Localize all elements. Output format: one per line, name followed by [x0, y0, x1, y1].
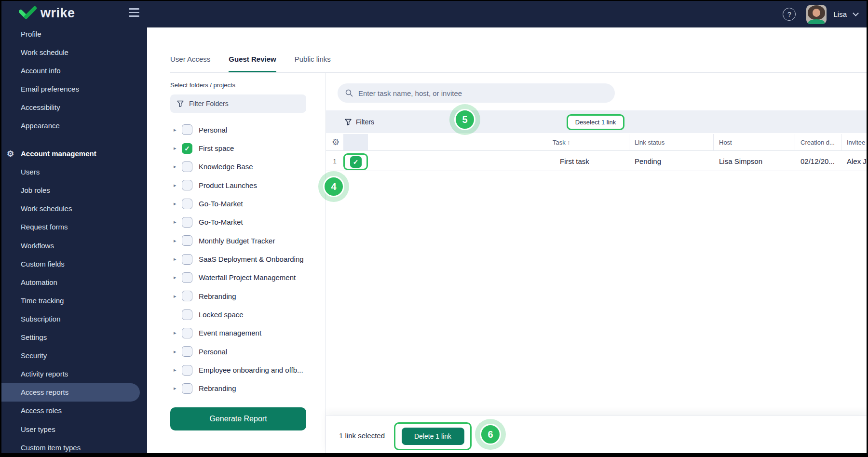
chevron-down-icon[interactable]	[853, 10, 859, 16]
sidebar-item[interactable]: ⚙ Accessibility	[1, 98, 147, 116]
folder-checkbox[interactable]	[182, 124, 192, 135]
folder-checkbox[interactable]	[182, 309, 192, 320]
folder-checkbox[interactable]	[182, 199, 192, 209]
expand-caret-icon[interactable]: ▸	[174, 367, 178, 373]
sidebar-item[interactable]: ⚙ Account management	[1, 145, 147, 163]
sidebar-item[interactable]: ⚙ Work schedules	[1, 200, 147, 218]
folder-checkbox[interactable]	[182, 346, 192, 357]
sidebar-item[interactable]: ⚙ Subscription	[1, 309, 147, 328]
table-settings-gear-icon[interactable]: ⚙	[332, 137, 339, 148]
expand-caret-icon[interactable]: ▸	[174, 183, 178, 188]
search-input[interactable]	[358, 89, 590, 97]
folder-tree-item[interactable]: ▸ Monthly Budget Tracker	[147, 231, 326, 250]
sidebar-item[interactable]: ⚙ Work schedule	[1, 43, 147, 61]
avatar[interactable]	[806, 5, 827, 24]
sidebar-item[interactable]: ⚙ Custom fields	[1, 255, 147, 273]
folder-checkbox[interactable]	[182, 217, 192, 228]
folder-checkbox[interactable]	[182, 161, 192, 172]
folder-tree: ▸ Personal ▸ First space ▸ Knowledge Bas…	[147, 121, 326, 398]
folder-checkbox[interactable]	[182, 272, 192, 283]
expand-caret-icon[interactable]: ▸	[174, 201, 178, 206]
selected-count-label: 1 link selected	[339, 431, 385, 440]
sidebar-item[interactable]: ⚙ Security	[1, 347, 147, 365]
expand-caret-icon[interactable]: ▸	[174, 256, 178, 262]
sidebar-item[interactable]: ⚙ Access roles	[1, 402, 147, 420]
folder-tree-item[interactable]: ▸ Event management	[147, 324, 326, 342]
sidebar-item[interactable]: ⚙ Activity reports	[1, 365, 147, 383]
sidebar-item[interactable]: ⚙ Custom item types	[1, 438, 147, 453]
folder-tree-item[interactable]: ▸ Personal	[147, 342, 326, 361]
expand-caret-icon[interactable]: ▸	[174, 349, 178, 354]
column-header-link-status[interactable]: Link status	[635, 139, 665, 146]
folder-tree-item[interactable]: ▸ First space	[147, 139, 326, 157]
user-menu-name[interactable]: Lisa	[833, 10, 847, 18]
cell-task[interactable]: First task	[560, 157, 589, 165]
sidebar-item[interactable]: ⚙ Job roles	[1, 181, 147, 200]
folder-tree-item[interactable]: ▸ Go-To-Market	[147, 213, 326, 231]
sidebar-item[interactable]: ⚙ Profile	[1, 25, 147, 43]
table-row[interactable]: 1 First task Pending Lisa Simpson 02/12/…	[326, 151, 867, 171]
deselect-link-button[interactable]: Deselect 1 link	[567, 114, 624, 130]
screenshot-frame: wrike ⚙ Profile ⚙ Work schedule ⚙ Accoun…	[0, 0, 868, 457]
filters-button[interactable]: Filters	[345, 118, 374, 126]
folder-tree-item[interactable]: ▸ Product Launches	[147, 176, 326, 194]
folder-tree-item[interactable]: ▸ Rebranding	[147, 287, 326, 305]
expand-caret-icon[interactable]: ▸	[174, 238, 178, 243]
main-content: User Access Guest Review Public links Se…	[147, 27, 867, 453]
row-checkbox-checked[interactable]	[350, 156, 362, 168]
tab[interactable]: Guest Review	[229, 55, 276, 72]
tab[interactable]: Public links	[295, 55, 331, 72]
tab-label: Guest Review	[229, 55, 276, 63]
help-icon[interactable]: ?	[783, 8, 796, 21]
column-header-host[interactable]: Host	[719, 139, 732, 146]
sidebar-item-label: Activity reports	[21, 370, 68, 378]
sidebar-item[interactable]: ⚙ Access reports	[1, 383, 140, 402]
expand-caret-icon[interactable]: ▸	[174, 146, 178, 151]
folder-tree-item[interactable]: ▸ Knowledge Base	[147, 158, 326, 176]
hamburger-menu-icon[interactable]	[129, 8, 139, 17]
expand-caret-icon[interactable]: ▸	[174, 386, 178, 391]
sidebar-item[interactable]: ⚙ User types	[1, 420, 147, 438]
sidebar-item[interactable]: ⚙ Time tracking	[1, 291, 147, 309]
folder-checkbox[interactable]	[182, 235, 192, 246]
folder-checkbox[interactable]	[182, 383, 192, 394]
expand-caret-icon[interactable]: ▸	[174, 164, 178, 169]
delete-link-button[interactable]: Delete 1 link	[402, 428, 464, 445]
search-bar[interactable]	[338, 83, 615, 103]
expand-caret-icon[interactable]: ▸	[174, 219, 178, 225]
folder-tree-item[interactable]: ▸ Waterfall Project Management	[147, 269, 326, 287]
column-header-invitee[interactable]: Invitee	[847, 139, 865, 146]
folder-tree-item[interactable]: ▸ Personal	[147, 121, 326, 139]
folder-tree-item[interactable]: ▸ Rebranding	[147, 379, 326, 398]
folder-tree-item[interactable]: ▸ Go-To-Market	[147, 194, 326, 213]
expand-caret-icon[interactable]: ▸	[174, 294, 178, 299]
expand-caret-icon[interactable]: ▸	[174, 275, 178, 280]
folder-tree-item[interactable]: ▸ Employee onboarding and offb...	[147, 361, 326, 379]
sidebar-item[interactable]: ⚙ Users	[1, 163, 147, 181]
generate-report-button[interactable]: Generate Report	[170, 407, 306, 430]
wrike-logo[interactable]: wrike	[19, 6, 75, 21]
select-all-cell[interactable]	[343, 134, 368, 150]
folder-tree-item[interactable]: ▸ Locked space	[147, 305, 326, 323]
folder-checkbox[interactable]	[182, 365, 192, 376]
sidebar-item[interactable]: ⚙ Email preferences	[1, 80, 147, 98]
filter-folders-input[interactable]	[189, 100, 295, 108]
folder-checkbox[interactable]	[182, 291, 192, 301]
folder-checkbox[interactable]	[182, 254, 192, 265]
sidebar-item[interactable]: ⚙ Automation	[1, 273, 147, 291]
folder-checkbox[interactable]	[182, 328, 192, 338]
sidebar-item[interactable]: ⚙ Workflows	[1, 236, 147, 255]
sidebar-item[interactable]: ⚙ Account info	[1, 61, 147, 80]
folder-checkbox[interactable]	[182, 143, 192, 154]
sidebar-item[interactable]: ⚙ Request forms	[1, 218, 147, 236]
sidebar-item[interactable]: ⚙ Appearance	[1, 116, 147, 134]
folder-checkbox[interactable]	[182, 180, 192, 190]
column-header-creation-date[interactable]: Creation d...	[800, 139, 835, 146]
expand-caret-icon[interactable]: ▸	[174, 127, 178, 133]
filter-folders-field[interactable]	[170, 94, 306, 113]
sidebar-item[interactable]: ⚙ Settings	[1, 328, 147, 347]
tab[interactable]: User Access	[170, 55, 210, 72]
expand-caret-icon[interactable]: ▸	[174, 330, 178, 336]
folder-tree-item[interactable]: ▸ SaaS Deployment & Onboarding	[147, 250, 326, 268]
column-header-task[interactable]: Task ↑	[553, 139, 570, 146]
